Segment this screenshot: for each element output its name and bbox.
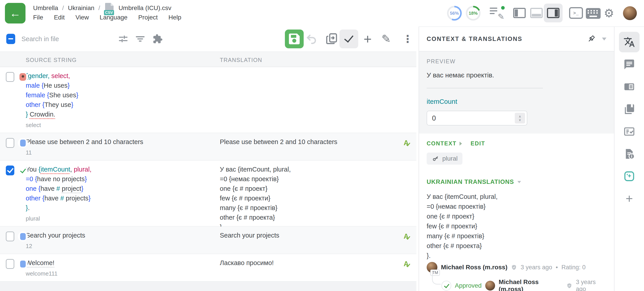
rail-file-info-button[interactable] xyxy=(619,144,640,164)
translations-section-title[interactable]: UKRAINIAN TRANSLATIONS xyxy=(427,178,514,186)
panel-collapse-caret-icon[interactable] xyxy=(602,38,606,40)
source-cell[interactable]: Welcome! welcome111 xyxy=(26,258,211,278)
proofread-activity-icon[interactable]: ✎ xyxy=(490,8,504,20)
comment-icon xyxy=(624,58,635,70)
column-translation: TRANSLATION xyxy=(220,57,262,63)
row-checkbox[interactable] xyxy=(6,72,14,82)
rail-comments-button[interactable] xyxy=(619,54,640,75)
row-checkbox[interactable] xyxy=(6,232,14,241)
context-translations-panel: CONTEXT & TRANSLATIONS PREVIEW У вас нем… xyxy=(418,26,614,291)
undo-icon[interactable] xyxy=(306,33,318,45)
translation-cell[interactable]: Please use between 2 and 10 characters xyxy=(220,137,394,147)
translation-text: Please use between 2 and 10 characters xyxy=(220,137,394,147)
toggle-left-panel-button[interactable] xyxy=(510,4,529,22)
source-text: Welcome! xyxy=(26,258,211,268)
column-source-string: SOURCE STRING xyxy=(26,57,77,63)
translate-icon xyxy=(624,36,635,48)
source-cell[interactable]: Please use between 2 and 10 characters 1… xyxy=(26,137,211,158)
back-button[interactable]: ← xyxy=(5,3,26,24)
breadcrumb-file[interactable]: Umbrella (ICU).csv xyxy=(118,4,171,12)
param-value-input[interactable]: 0 ∧ ∨ xyxy=(427,111,527,126)
search-input[interactable] xyxy=(22,33,111,45)
source-text: {gender, select,male {He uses}female {Sh… xyxy=(26,71,211,119)
keyboard-shortcuts-icon[interactable] xyxy=(586,8,600,19)
rail-context-button[interactable] xyxy=(619,76,640,97)
source-cell[interactable]: Search your projects 12 xyxy=(26,230,211,251)
context-section: CONTEXT EDIT plural UKRAINIAN TRANSLATIO… xyxy=(419,134,614,291)
row-checkbox[interactable] xyxy=(6,138,14,148)
translation-cell[interactable]: Ласкаво просимо! xyxy=(220,258,394,268)
breadcrumb-language[interactable]: Ukrainian xyxy=(68,4,94,12)
approval-row[interactable]: Approved Michael Ross (m.ross) 3 years a… xyxy=(442,278,606,291)
translation-cell[interactable]: Search your projects xyxy=(220,230,394,240)
breadcrumb-separator: / xyxy=(62,4,64,12)
panel-header: CONTEXT & TRANSLATIONS xyxy=(419,27,614,52)
table-row[interactable]: Welcome! welcome111 Ласкаво просимо! A xyxy=(0,254,416,282)
status-halo xyxy=(18,232,28,241)
more-options-button[interactable]: ⋮ xyxy=(402,32,413,46)
menu-item-project[interactable]: Project xyxy=(138,14,158,21)
translation-author-row[interactable]: TM Michael Ross (m.ross) 3 years ago • R… xyxy=(427,262,606,273)
toggle-right-panel-button[interactable] xyxy=(544,4,562,22)
source-cell[interactable]: You {itemCount, plural,=0 {have no proje… xyxy=(26,164,211,224)
number-stepper[interactable]: ∧ ∨ xyxy=(515,113,525,124)
breadcrumb-project[interactable]: Umbrella xyxy=(33,4,58,12)
rail-translations-button[interactable] xyxy=(619,32,640,52)
preview-section: PREVIEW У вас немає проектів. itemCount … xyxy=(419,52,614,134)
string-key-tag[interactable]: plural xyxy=(427,152,462,164)
source-cell[interactable]: {gender, select,male {He uses}female {Sh… xyxy=(26,71,211,130)
list-check-icon xyxy=(624,126,635,137)
translated-progress-ring[interactable]: 56% xyxy=(447,6,462,20)
list-end-filler xyxy=(0,282,416,291)
menu-item-help[interactable]: Help xyxy=(168,14,181,21)
add-string-button[interactable]: + xyxy=(364,31,372,47)
table-row[interactable]: Search your projects 12 Search your proj… xyxy=(0,226,416,254)
row-checkbox[interactable] xyxy=(6,166,14,175)
table-row[interactable]: Please use between 2 and 10 characters 1… xyxy=(0,133,416,160)
console-icon[interactable]: >_ xyxy=(569,7,583,19)
rail-add-app-button[interactable]: + xyxy=(619,188,640,209)
copy-source-icon[interactable] xyxy=(325,32,338,45)
table-row[interactable]: {gender, select,male {He uses}female {Sh… xyxy=(0,67,416,133)
approver-name[interactable]: Michael Ross (m.ross) xyxy=(499,278,563,291)
key-tag-label: plural xyxy=(442,155,458,162)
user-avatar[interactable] xyxy=(623,6,637,20)
context-link[interactable]: CONTEXT xyxy=(427,140,456,147)
pin-panel-icon[interactable] xyxy=(587,34,596,44)
qa-passed-icon[interactable]: A xyxy=(404,232,415,244)
csv-file-icon: CSV xyxy=(105,3,114,13)
translations-caret-icon[interactable] xyxy=(518,181,521,183)
menu-item-language[interactable]: Language xyxy=(100,14,128,21)
toggle-bottom-panel-button[interactable] xyxy=(527,4,546,22)
menu-item-edit[interactable]: Edit xyxy=(54,14,64,21)
select-all-checkbox[interactable] xyxy=(6,34,15,44)
plugins-puzzle-icon[interactable] xyxy=(152,34,163,44)
menu-item-file[interactable]: File xyxy=(33,14,43,21)
scrollbar-track[interactable] xyxy=(416,26,418,291)
settings-gear-icon[interactable]: ⚙ xyxy=(604,5,614,21)
context-expand-caret-icon[interactable] xyxy=(460,142,462,146)
filter-settings-icon[interactable] xyxy=(118,34,128,44)
rail-ai-assistant-button[interactable] xyxy=(619,166,640,186)
table-row[interactable]: You {itemCount, plural,=0 {have no proje… xyxy=(0,160,416,226)
context-edit-link[interactable]: EDIT xyxy=(470,140,485,147)
preview-param-name: itemCount xyxy=(427,98,606,105)
rail-translation-memory-button[interactable] xyxy=(619,99,640,120)
approved-progress-ring[interactable]: 18% xyxy=(466,6,480,20)
qa-passed-icon[interactable]: A xyxy=(404,260,415,271)
translation-cell[interactable]: У вас {itemCount, plural,=0 {немає проек… xyxy=(220,164,394,232)
rail-qa-checks-button[interactable] xyxy=(619,121,640,142)
save-button[interactable] xyxy=(285,30,304,48)
author-name[interactable]: Michael Ross (m.ross) xyxy=(441,264,507,271)
translation-rating: Rating: 0 xyxy=(562,264,586,271)
qa-passed-icon[interactable]: A xyxy=(404,139,415,150)
panel-title: CONTEXT & TRANSLATIONS xyxy=(427,36,587,42)
row-checkbox[interactable] xyxy=(6,259,14,269)
edit-string-button[interactable]: ✎ xyxy=(382,32,391,46)
approve-check-button[interactable] xyxy=(340,30,358,48)
menu-item-view[interactable]: View xyxy=(75,14,89,21)
string-status-icon xyxy=(20,73,26,81)
status-halo xyxy=(18,138,28,148)
filter-icon[interactable] xyxy=(135,34,145,44)
approved-label: Approved xyxy=(455,282,482,289)
